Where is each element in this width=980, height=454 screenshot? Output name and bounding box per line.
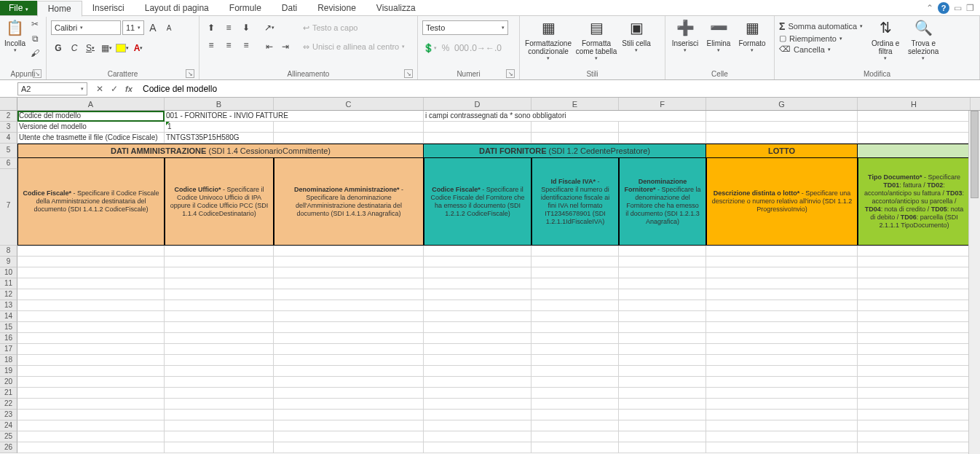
row-header-25[interactable]: 25 bbox=[0, 431, 17, 442]
section-tipo-header[interactable] bbox=[858, 144, 971, 158]
cell-G3[interactable] bbox=[706, 122, 858, 133]
font-launcher[interactable]: ↘ bbox=[186, 69, 194, 78]
cell-E13[interactable] bbox=[532, 300, 619, 311]
cell-A17[interactable] bbox=[17, 344, 165, 355]
row-header-7[interactable]: 7 bbox=[0, 169, 17, 246]
cell-D12[interactable] bbox=[424, 289, 532, 300]
cell-C11[interactable] bbox=[274, 278, 424, 289]
cell-A3[interactable]: Versione del modello bbox=[17, 122, 165, 133]
tab-file[interactable]: File ▾ bbox=[0, 1, 37, 15]
align-center-icon[interactable]: ≡ bbox=[221, 38, 236, 52]
decrease-decimal-icon[interactable]: ←.0 bbox=[486, 41, 501, 55]
cell-F22[interactable] bbox=[619, 399, 706, 410]
cell-C24[interactable] bbox=[274, 420, 424, 431]
cell-styles-button[interactable]: ▣ Stili cella▾ bbox=[620, 17, 652, 53]
row-header-13[interactable]: 13 bbox=[0, 300, 17, 311]
cell-E3[interactable] bbox=[532, 122, 619, 133]
row-header-2[interactable]: 2 bbox=[0, 111, 17, 122]
cell-B22[interactable] bbox=[165, 399, 274, 410]
format-painter-icon[interactable]: 🖌 bbox=[28, 47, 42, 60]
font-color-button[interactable]: A▾ bbox=[131, 41, 146, 55]
row-header-11[interactable]: 11 bbox=[0, 278, 17, 289]
accounting-format-icon[interactable]: 💲▾ bbox=[422, 41, 437, 55]
cut-icon[interactable]: ✂ bbox=[28, 17, 42, 31]
cell-D21[interactable] bbox=[424, 388, 532, 399]
number-format-combo[interactable]: Testo▾ bbox=[422, 20, 508, 35]
cell-D17[interactable] bbox=[424, 344, 532, 355]
paste-button[interactable]: 📋 Incolla ▾ bbox=[4, 17, 25, 53]
row-header-24[interactable]: 24 bbox=[0, 420, 17, 431]
row-header-17[interactable]: 17 bbox=[0, 344, 17, 355]
tab-data[interactable]: Dati bbox=[272, 1, 307, 15]
increase-decimal-icon[interactable]: .0→ bbox=[470, 41, 485, 55]
cell-F19[interactable] bbox=[619, 366, 706, 377]
cell-G12[interactable] bbox=[706, 289, 858, 300]
cell-C19[interactable] bbox=[274, 366, 424, 377]
comma-format-icon[interactable]: 000 bbox=[454, 41, 469, 55]
cell-F10[interactable] bbox=[619, 267, 706, 278]
cell-H16[interactable] bbox=[858, 333, 971, 344]
cell-D26[interactable] bbox=[424, 442, 532, 453]
align-middle-icon[interactable]: ≡ bbox=[221, 20, 236, 35]
cell-B26[interactable] bbox=[165, 442, 274, 453]
fill-button[interactable]: ▢Riempimento▾ bbox=[779, 34, 863, 43]
cell-D9[interactable] bbox=[424, 257, 532, 267]
cell-F15[interactable] bbox=[619, 322, 706, 333]
row-header-14[interactable]: 14 bbox=[0, 311, 17, 322]
col-header-H[interactable]: H bbox=[858, 98, 971, 110]
cell-H8[interactable] bbox=[858, 246, 971, 257]
cell-F17[interactable] bbox=[619, 344, 706, 355]
cell-E16[interactable] bbox=[532, 333, 619, 344]
cell-G15[interactable] bbox=[706, 322, 858, 333]
shrink-font-icon[interactable]: A bbox=[162, 20, 176, 35]
tab-view[interactable]: Visualizza bbox=[366, 1, 426, 15]
cell-A14[interactable] bbox=[17, 311, 165, 322]
align-right-icon[interactable]: ≡ bbox=[239, 38, 253, 52]
cell-G10[interactable] bbox=[706, 267, 858, 278]
insert-cells-button[interactable]: ➕Inserisci▾ bbox=[670, 17, 700, 53]
cell-G18[interactable] bbox=[706, 355, 858, 366]
cell-F3[interactable] bbox=[619, 122, 706, 133]
cell-B20[interactable] bbox=[165, 377, 274, 388]
cell-H2[interactable] bbox=[858, 111, 971, 122]
cell-B2[interactable]: 001 - FORNITORE - INVIO FATTURE bbox=[165, 111, 424, 122]
cell-A11[interactable] bbox=[17, 278, 165, 289]
cell-B11[interactable] bbox=[165, 278, 274, 289]
cell-E15[interactable] bbox=[532, 322, 619, 333]
align-left-icon[interactable]: ≡ bbox=[204, 38, 218, 52]
cell-B18[interactable] bbox=[165, 355, 274, 366]
cell-H3[interactable] bbox=[858, 122, 971, 133]
cell-C20[interactable] bbox=[274, 377, 424, 388]
cell-G9[interactable] bbox=[706, 257, 858, 267]
clipboard-launcher[interactable]: ↘ bbox=[33, 69, 42, 78]
cell-E24[interactable] bbox=[532, 420, 619, 431]
decrease-indent-icon[interactable]: ⇤ bbox=[262, 39, 277, 54]
cell-A15[interactable] bbox=[17, 322, 165, 333]
row-header-16[interactable]: 16 bbox=[0, 333, 17, 344]
orientation-icon[interactable]: ↗▾ bbox=[262, 20, 277, 35]
find-select-button[interactable]: 🔍Trova e seleziona▾ bbox=[908, 17, 938, 61]
cell-E8[interactable] bbox=[532, 246, 619, 257]
cell-C10[interactable] bbox=[274, 267, 424, 278]
cell-B13[interactable] bbox=[165, 300, 274, 311]
col-header-D[interactable]: D bbox=[424, 98, 532, 110]
cell-A19[interactable] bbox=[17, 366, 165, 377]
cell-B25[interactable] bbox=[165, 431, 274, 442]
cell-H21[interactable] bbox=[858, 388, 971, 399]
cell-B4[interactable]: TNTGST35P15H580G bbox=[165, 133, 274, 144]
cell-C3[interactable] bbox=[274, 122, 424, 133]
cell-E11[interactable] bbox=[532, 278, 619, 289]
cell-C12[interactable] bbox=[274, 289, 424, 300]
cell-A9[interactable] bbox=[17, 257, 165, 267]
cell-F9[interactable] bbox=[619, 257, 706, 267]
border-button[interactable]: ▦▾ bbox=[99, 41, 114, 55]
cell-F14[interactable] bbox=[619, 311, 706, 322]
cancel-formula-icon[interactable]: ✕ bbox=[93, 82, 106, 95]
fill-color-button[interactable]: ▾ bbox=[115, 41, 130, 55]
row-header-3[interactable]: 3 bbox=[0, 122, 17, 133]
cell-F24[interactable] bbox=[619, 420, 706, 431]
cell-B3[interactable]: 1 bbox=[165, 122, 274, 133]
cell-D20[interactable] bbox=[424, 377, 532, 388]
cell-C26[interactable] bbox=[274, 442, 424, 453]
accept-formula-icon[interactable]: ✓ bbox=[108, 82, 121, 95]
